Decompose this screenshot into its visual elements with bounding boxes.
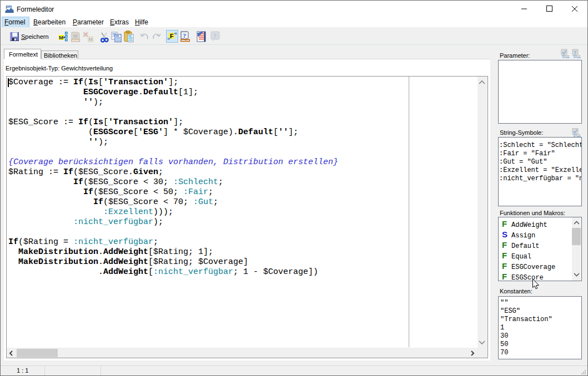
svg-text:T: T <box>574 50 577 55</box>
svg-text:?: ? <box>183 32 187 39</box>
svg-text:M: M <box>59 34 63 40</box>
svg-text:?: ? <box>213 32 217 40</box>
svg-text:pm: pm <box>6 4 12 9</box>
svg-text:M: M <box>73 33 78 39</box>
svg-text:F: F <box>170 33 174 39</box>
svg-text:M: M <box>89 37 93 42</box>
